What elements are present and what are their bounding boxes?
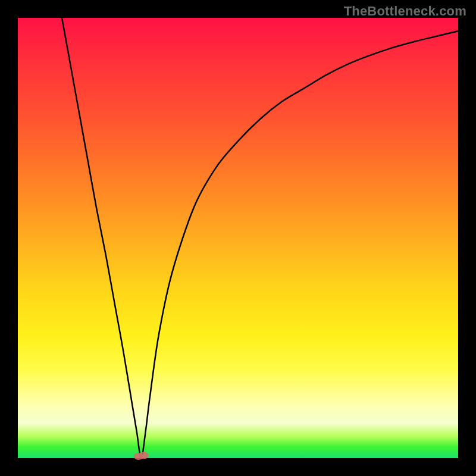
- minimum-marker: [139, 452, 149, 459]
- bottleneck-curve: [62, 18, 458, 458]
- curve-svg: [18, 18, 458, 458]
- chart-container: TheBottleneck.com: [0, 0, 476, 476]
- plot-area: [18, 18, 458, 458]
- watermark-text: TheBottleneck.com: [344, 4, 466, 19]
- minimum-markers: [134, 452, 149, 460]
